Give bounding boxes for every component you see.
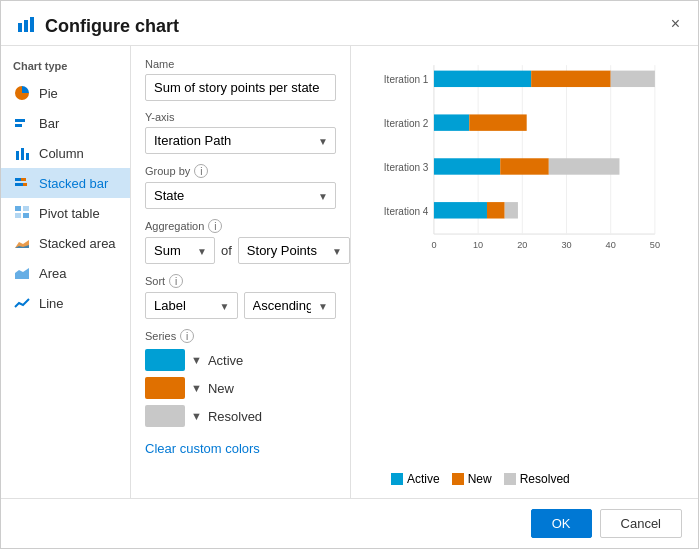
pivot-table-icon xyxy=(13,204,31,222)
series-color-new[interactable] xyxy=(145,377,185,399)
legend-box-new xyxy=(452,473,464,485)
legend-box-active xyxy=(391,473,403,485)
stacked-bar-chart-icon xyxy=(13,174,31,192)
svg-rect-12 xyxy=(15,206,21,211)
dialog-title: Configure chart xyxy=(45,16,179,37)
config-panel: Name Y-axis Iteration Path ▼ Group by i … xyxy=(131,46,351,498)
series-label: Series i xyxy=(145,329,336,343)
svg-text:Iteration 1: Iteration 1 xyxy=(384,74,429,85)
aggregation-sum-wrapper: Sum ▼ xyxy=(145,237,215,264)
legend-item-resolved: Resolved xyxy=(504,472,570,486)
configure-chart-dialog: Configure chart × Chart type Pie xyxy=(0,0,699,549)
svg-rect-2 xyxy=(30,17,34,32)
svg-rect-15 xyxy=(23,213,29,218)
pivot-table-label: Pivot table xyxy=(39,206,100,221)
name-label: Name xyxy=(145,58,336,70)
series-chevron-active[interactable]: ▼ xyxy=(191,354,202,366)
aggregation-field-wrapper: Story Points ▼ xyxy=(238,237,350,264)
column-chart-icon xyxy=(13,144,31,162)
chart-type-line[interactable]: Line xyxy=(1,288,130,318)
bar-iter2-new xyxy=(469,114,526,130)
sort-info-icon[interactable]: i xyxy=(169,274,183,288)
bar-chart-icon xyxy=(13,114,31,132)
svg-text:30: 30 xyxy=(561,240,571,250)
area-chart-icon xyxy=(13,264,31,282)
svg-text:40: 40 xyxy=(606,240,616,250)
legend-label-active: Active xyxy=(407,472,440,486)
clear-custom-colors-link[interactable]: Clear custom colors xyxy=(145,441,260,456)
sort-field-wrapper: Label ▼ xyxy=(145,292,238,319)
aggregation-field-select[interactable]: Story Points xyxy=(238,237,350,264)
bar-iter1-resolved xyxy=(611,71,655,87)
bar-label: Bar xyxy=(39,116,59,131)
svg-text:0: 0 xyxy=(431,240,436,250)
yaxis-label: Y-axis xyxy=(145,111,336,123)
bar-iter4-new xyxy=(487,202,505,218)
groupby-select[interactable]: State xyxy=(145,182,336,209)
stacked-area-label: Stacked area xyxy=(39,236,116,251)
chart-type-area[interactable]: Area xyxy=(1,258,130,288)
stacked-area-chart-icon xyxy=(13,234,31,252)
series-name-resolved: Resolved xyxy=(208,409,262,424)
svg-rect-10 xyxy=(15,183,23,186)
aggregation-info-icon[interactable]: i xyxy=(208,219,222,233)
svg-rect-8 xyxy=(15,178,21,181)
chart-type-panel: Chart type Pie B xyxy=(1,46,131,498)
name-input[interactable] xyxy=(145,74,336,101)
ok-button[interactable]: OK xyxy=(531,509,592,538)
sort-order-wrapper: Ascending ▼ xyxy=(244,292,337,319)
bar-iter4-active xyxy=(434,202,487,218)
bar-iter3-resolved xyxy=(549,158,620,174)
svg-rect-6 xyxy=(21,148,24,160)
chart-type-bar[interactable]: Bar xyxy=(1,108,130,138)
svg-rect-7 xyxy=(26,153,29,160)
series-name-active: Active xyxy=(208,353,243,368)
series-info-icon[interactable]: i xyxy=(180,329,194,343)
sort-order-select[interactable]: Ascending xyxy=(244,292,337,319)
bar-iter3-active xyxy=(434,158,500,174)
chart-type-stacked-area[interactable]: Stacked area xyxy=(1,228,130,258)
chart-type-pivot-table[interactable]: Pivot table xyxy=(1,198,130,228)
line-chart-icon xyxy=(13,294,31,312)
yaxis-select[interactable]: Iteration Path xyxy=(145,127,336,154)
series-chevron-resolved[interactable]: ▼ xyxy=(191,410,202,422)
aggregation-sum-select[interactable]: Sum xyxy=(145,237,215,264)
svg-rect-1 xyxy=(24,20,28,32)
area-label: Area xyxy=(39,266,66,281)
bar-iter1-active xyxy=(434,71,531,87)
yaxis-select-wrapper: Iteration Path ▼ xyxy=(145,127,336,154)
svg-text:50: 50 xyxy=(650,240,660,250)
chart-preview-panel: Iteration 1 Iteration 2 Iteration 3 Iter… xyxy=(351,46,698,498)
chart-type-pie[interactable]: Pie xyxy=(1,78,130,108)
column-label: Column xyxy=(39,146,84,161)
legend-item-new: New xyxy=(452,472,492,486)
groupby-select-wrapper: State ▼ xyxy=(145,182,336,209)
bar-iter1-new xyxy=(531,71,611,87)
svg-text:10: 10 xyxy=(473,240,483,250)
bar-iter3-new xyxy=(500,158,549,174)
pie-label: Pie xyxy=(39,86,58,101)
legend-label-new: New xyxy=(468,472,492,486)
close-button[interactable]: × xyxy=(665,11,686,37)
pie-chart-icon xyxy=(13,84,31,102)
svg-text:Iteration 2: Iteration 2 xyxy=(384,118,429,129)
svg-rect-3 xyxy=(15,119,25,122)
series-color-resolved[interactable] xyxy=(145,405,185,427)
svg-rect-13 xyxy=(23,206,29,211)
chart-icon xyxy=(17,15,35,37)
sort-field-select[interactable]: Label xyxy=(145,292,238,319)
bar-iter4-resolved xyxy=(505,202,518,218)
cancel-button[interactable]: Cancel xyxy=(600,509,682,538)
series-chevron-new[interactable]: ▼ xyxy=(191,382,202,394)
legend-box-resolved xyxy=(504,473,516,485)
sort-label: Sort i xyxy=(145,274,336,288)
chart-type-stacked-bar[interactable]: Stacked bar xyxy=(1,168,130,198)
groupby-info-icon[interactable]: i xyxy=(194,164,208,178)
svg-rect-5 xyxy=(16,151,19,160)
series-color-active[interactable] xyxy=(145,349,185,371)
svg-rect-9 xyxy=(21,178,26,181)
legend-item-active: Active xyxy=(391,472,440,486)
series-item-active: ▼ Active xyxy=(145,349,336,371)
chart-type-column[interactable]: Column xyxy=(1,138,130,168)
line-label: Line xyxy=(39,296,64,311)
